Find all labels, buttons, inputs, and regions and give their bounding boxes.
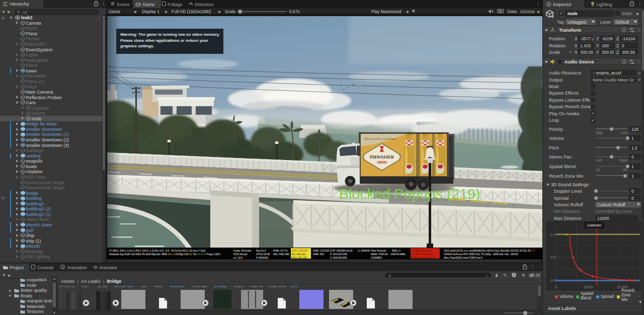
svg-text:5,000: 5,000 — [584, 285, 593, 289]
svg-text:0.0: 0.0 — [550, 279, 555, 282]
svg-text:0: 0 — [555, 285, 557, 289]
svg-text:1.0: 1.0 — [550, 233, 555, 237]
svg-text:0.5: 0.5 — [550, 256, 555, 259]
